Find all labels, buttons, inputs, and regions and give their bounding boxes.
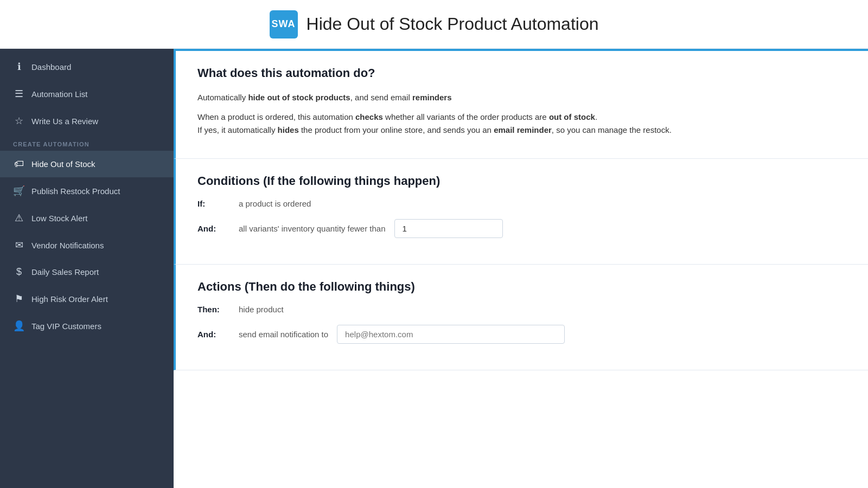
condition-if-row: If: a product is ordered <box>197 199 846 208</box>
description-line-2: When a product is ordered, this automati… <box>197 111 846 137</box>
sidebar-item-dashboard[interactable]: ℹ Dashboard <box>0 53 174 80</box>
quantity-input[interactable] <box>394 219 503 238</box>
sidebar: ℹ Dashboard ☰ Automation List ☆ Write Us… <box>0 49 174 488</box>
sidebar-item-hide-out-of-stock[interactable]: 🏷 Hide Out of Stock <box>0 151 174 177</box>
sidebar-item-label: Vendor Notifications <box>31 241 104 250</box>
description-line-1: Automatically hide out of stock products… <box>197 91 846 104</box>
actions-section: Actions (Then do the following things) T… <box>174 265 868 370</box>
star-icon: ☆ <box>13 115 25 127</box>
info-icon: ℹ <box>13 61 25 73</box>
user-icon: 👤 <box>13 320 25 332</box>
sidebar-section-create-automation: CREATE AUTOMATION <box>0 134 174 151</box>
sidebar-item-automation-list[interactable]: ☰ Automation List <box>0 80 174 107</box>
main-layout: ℹ Dashboard ☰ Automation List ☆ Write Us… <box>0 49 868 488</box>
if-label: If: <box>197 199 230 208</box>
list-icon: ☰ <box>13 88 25 100</box>
then-text: hide product <box>239 305 284 314</box>
dollar-icon: $ <box>13 266 25 278</box>
sidebar-item-write-review[interactable]: ☆ Write Us a Review <box>0 107 174 134</box>
envelope-icon: ✉ <box>13 239 25 251</box>
condition-and-row: And: all variants' inventory quantity fe… <box>197 219 846 238</box>
what-section: What does this automation do? Automatica… <box>174 49 868 159</box>
sidebar-item-label: Tag VIP Customers <box>31 322 101 331</box>
sidebar-item-label: Dashboard <box>31 62 71 72</box>
main-content: What does this automation do? Automatica… <box>174 49 868 488</box>
email-input[interactable] <box>337 325 565 344</box>
cart-icon: 🛒 <box>13 185 25 197</box>
and-label: And: <box>197 224 230 233</box>
action-and-label: And: <box>197 330 230 339</box>
logo: SWA <box>270 10 298 38</box>
sidebar-item-label: Automation List <box>31 89 87 99</box>
sidebar-item-low-stock[interactable]: ⚠ Low Stock Alert <box>0 204 174 232</box>
page-title: Hide Out of Stock Product Automation <box>307 14 599 34</box>
sidebar-item-publish-restock[interactable]: 🛒 Publish Restock Product <box>0 177 174 204</box>
sidebar-item-daily-sales-report[interactable]: $ Daily Sales Report <box>0 259 174 285</box>
sidebar-item-label: Write Us a Review <box>31 117 98 126</box>
action-then-row: Then: hide product <box>197 305 846 314</box>
sidebar-item-label: Daily Sales Report <box>31 267 99 277</box>
action-and-row: And: send email notification to <box>197 325 846 344</box>
sidebar-item-vendor-notifications[interactable]: ✉ Vendor Notifications <box>0 232 174 259</box>
logo-text: SWA <box>272 18 296 30</box>
sidebar-item-high-risk-order[interactable]: ⚑ High Risk Order Alert <box>0 285 174 312</box>
conditions-section: Conditions (If the following things happ… <box>174 159 868 265</box>
sidebar-item-label: Publish Restock Product <box>31 187 120 196</box>
sidebar-item-label: Hide Out of Stock <box>31 159 95 169</box>
then-label: Then: <box>197 305 230 314</box>
action-and-text: send email notification to <box>239 330 328 339</box>
actions-title: Actions (Then do the following things) <box>197 280 846 294</box>
tag-icon: 🏷 <box>13 158 25 170</box>
sidebar-item-tag-vip[interactable]: 👤 Tag VIP Customers <box>0 312 174 339</box>
and-text: all variants' inventory quantity fewer t… <box>239 224 386 233</box>
what-section-title: What does this automation do? <box>197 66 846 80</box>
sidebar-item-label: Low Stock Alert <box>31 214 87 223</box>
warning-icon: ⚠ <box>13 212 25 224</box>
conditions-title: Conditions (If the following things happ… <box>197 174 846 188</box>
sidebar-item-label: High Risk Order Alert <box>31 294 108 304</box>
top-header: SWA Hide Out of Stock Product Automation <box>0 0 868 49</box>
if-text: a product is ordered <box>239 199 311 208</box>
flag-icon: ⚑ <box>13 293 25 305</box>
